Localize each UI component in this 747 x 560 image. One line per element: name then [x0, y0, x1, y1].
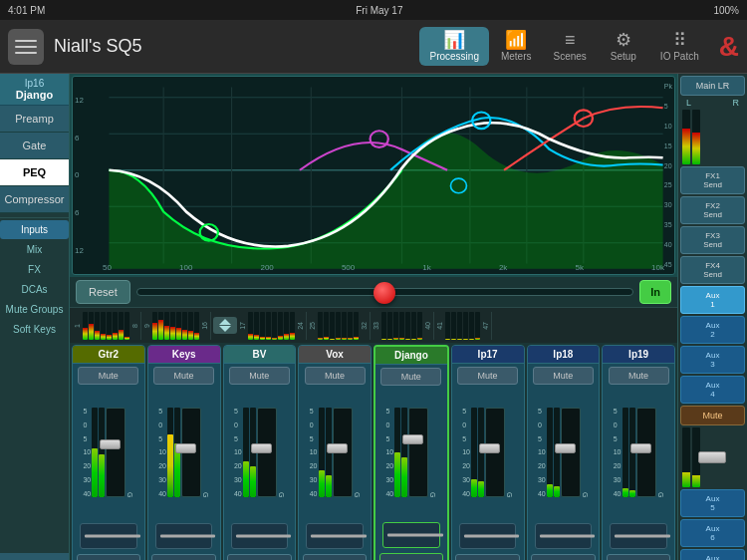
mini-meter [451, 312, 456, 340]
aux3-button[interactable]: Aux3 [680, 346, 745, 374]
mute-ip17-button[interactable]: Mute [457, 367, 518, 385]
mix-nav-button[interactable]: Mix [0, 240, 69, 259]
pafl-keys-button[interactable]: PAFL [151, 554, 216, 560]
reset-button[interactable]: Reset [76, 280, 130, 304]
fader-thumb-gtr2[interactable] [100, 439, 121, 449]
tab-iopatch[interactable]: ⠿ IO Patch [650, 27, 709, 66]
fader-gtr2[interactable] [106, 408, 125, 497]
fader-thumb-ip19[interactable] [630, 443, 651, 453]
pafl-gtr2-button[interactable]: PAFL [77, 554, 141, 560]
channel-header-gtr2: Gtr2 [73, 346, 144, 364]
fader-ip18[interactable] [561, 408, 581, 497]
pafl-django-button[interactable]: PAFL [379, 553, 444, 560]
mute-keys-button[interactable]: Mute [153, 367, 214, 385]
pafl-bv-button[interactable]: PAFL [227, 554, 292, 560]
fader-bottom-ip17 [459, 523, 516, 549]
fader-thumb-bv[interactable] [251, 443, 272, 453]
aux6-button[interactable]: Aux6 [680, 519, 745, 547]
mini-meter [107, 312, 112, 340]
fader-vox[interactable] [333, 408, 353, 497]
eq-y-labels: 12 6 0 6 12 [73, 77, 86, 274]
mini-meter [254, 312, 259, 340]
aux7-button[interactable]: Aux7 [680, 549, 745, 560]
meters-icon: 📶 [505, 31, 527, 49]
fader-area-ip17: 50510203040 G [452, 388, 524, 521]
fader-thumb-django[interactable] [402, 434, 423, 444]
mute-django-button[interactable]: Mute [380, 368, 441, 386]
tab-iopatch-label: IO Patch [660, 51, 699, 62]
fader-keys[interactable] [181, 408, 201, 497]
dcas-nav-button[interactable]: DCAs [0, 280, 69, 299]
fx1-send-button[interactable]: FX1Send [680, 166, 745, 194]
preamp-button[interactable]: Preamp [0, 106, 69, 133]
channel-strip-django[interactable]: Django Mute 50510203040 [374, 345, 449, 560]
mini-meter [342, 312, 347, 340]
fx2-send-button[interactable]: FX2Send [680, 196, 745, 224]
tab-scenes[interactable]: ≡ Scenes [544, 27, 597, 66]
fader-track[interactable] [136, 288, 633, 296]
tab-setup[interactable]: ⚙ Setup [599, 27, 648, 66]
meter-group-5: 33 40 [373, 312, 434, 340]
menu-icon[interactable] [8, 29, 44, 65]
pafl-vox-button[interactable]: PAFL [303, 554, 368, 560]
channel-strip-keys[interactable]: Keys Mute 50510203040 [147, 345, 221, 560]
channel-strip-ip18[interactable]: Ip18 Mute 50510203040 [527, 345, 601, 560]
aux1-button[interactable]: Aux1 [680, 286, 745, 314]
pafl-ip17-button[interactable]: PAFL [455, 554, 520, 560]
aux2-button[interactable]: Aux2 [680, 316, 745, 344]
tab-meters[interactable]: 📶 Meters [491, 27, 542, 66]
fader-bv[interactable] [257, 408, 277, 497]
in-button[interactable]: In [639, 280, 671, 304]
channel-strip-vox[interactable]: Vox Mute 50510203040 [298, 345, 372, 560]
channel-strips: Gtr2 Mute 50510203040 [70, 343, 677, 560]
channel-strip-ip19[interactable]: Ip19 Mute 50510203040 [602, 345, 675, 560]
channel-label: Ip16 Django [0, 74, 69, 106]
fx4-send-button[interactable]: FX4Send [680, 256, 745, 284]
mute-ip19-button[interactable]: Mute [609, 367, 669, 385]
channel-name: Django [2, 89, 67, 101]
mini-meter [405, 312, 410, 340]
custom-button[interactable]: Custom [0, 553, 69, 560]
mute-ip18-button[interactable]: Mute [533, 367, 594, 385]
fader-ip19[interactable] [636, 408, 656, 497]
processing-icon: 📊 [443, 31, 465, 49]
aux4-button[interactable]: Aux4 [680, 376, 745, 404]
channel-strip-bv[interactable]: BV Mute 50510203040 [223, 345, 297, 560]
main-lr-button[interactable]: Main LR [680, 76, 745, 96]
mute-gtr2-button[interactable]: Mute [78, 367, 138, 385]
scroll-up-icon[interactable] [219, 319, 231, 325]
inputs-nav-button[interactable]: Inputs [0, 220, 69, 239]
fader-thumb-vox[interactable] [327, 443, 348, 453]
pafl-ip19-button[interactable]: PAFL [607, 554, 671, 560]
right-fader-thumb[interactable] [698, 451, 726, 463]
fader-ip17[interactable] [485, 408, 505, 497]
fader-thumb-keys[interactable] [175, 443, 196, 453]
peq-button[interactable]: PEQ [0, 159, 69, 186]
mini-meter [170, 312, 175, 340]
soft-keys-nav-button[interactable]: Soft Keys [0, 320, 69, 339]
master-meter-r [692, 110, 700, 164]
fx-nav-button[interactable]: FX [0, 260, 69, 279]
channel-number: Ip16 [2, 78, 67, 89]
channel-strip-gtr2[interactable]: Gtr2 Mute 50510203040 [72, 345, 145, 560]
mute-groups-nav-button[interactable]: Mute Groups [0, 300, 69, 319]
tab-processing[interactable]: 📊 Processing [419, 27, 488, 66]
fader-thumb-ip17[interactable] [479, 443, 500, 453]
mute-bv-button[interactable]: Mute [229, 367, 290, 385]
scroll-arrows[interactable] [213, 317, 237, 334]
fader-knob[interactable] [374, 282, 395, 304]
scroll-down-icon[interactable] [219, 326, 231, 332]
mute-vox-button[interactable]: Mute [305, 367, 366, 385]
gate-button[interactable]: Gate [0, 133, 69, 159]
pafl-ip18-button[interactable]: PAFL [531, 554, 596, 560]
channel-strip-ip17[interactable]: Ip17 Mute 50510203040 [451, 345, 525, 560]
fx3-send-button[interactable]: FX3Send [680, 226, 745, 254]
fader-thumb-ip18[interactable] [555, 443, 576, 453]
fader-area-bv: 50510203040 G [224, 388, 296, 521]
meter-group-4: 25 32 [309, 312, 371, 340]
mini-meter [284, 312, 289, 340]
mute-right-button[interactable]: Mute [680, 406, 745, 425]
fader-django[interactable] [408, 408, 428, 497]
compressor-button[interactable]: Compressor [0, 186, 69, 213]
aux5-button[interactable]: Aux5 [680, 489, 745, 517]
